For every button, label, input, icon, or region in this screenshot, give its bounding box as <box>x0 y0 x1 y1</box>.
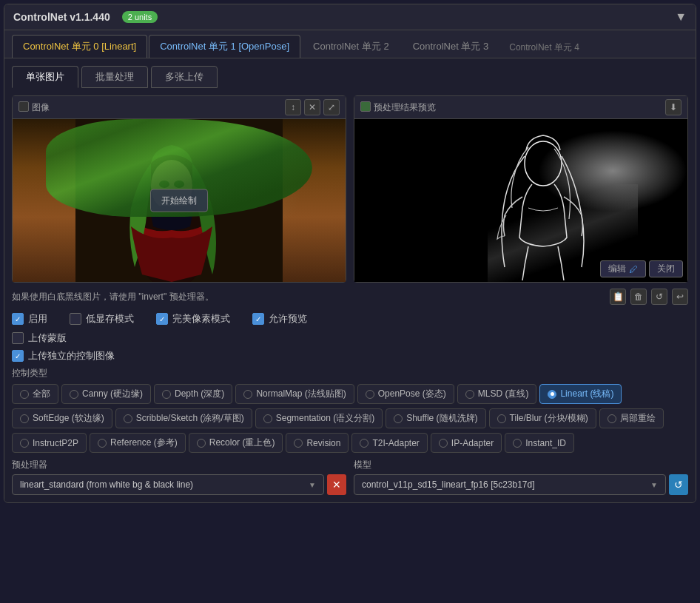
radio-circle-t2iadapter <box>360 439 368 448</box>
preprocessor-remove-btn[interactable]: ✕ <box>327 474 346 495</box>
close-button[interactable]: 关闭 <box>649 260 683 277</box>
radio-depth[interactable]: Depth (深度) <box>154 384 232 404</box>
svg-point-4 <box>174 181 184 188</box>
checkbox-pixel[interactable] <box>156 313 168 325</box>
inner-tab-single[interactable]: 单张图片 <box>12 66 78 88</box>
radio-openpose[interactable]: OpenPose (姿态) <box>357 384 454 404</box>
radio-mlsd[interactable]: MLSD (直线) <box>457 384 537 404</box>
edit-icon: 🖊 <box>629 264 638 274</box>
preprocessor-arrow: ▼ <box>309 481 316 489</box>
svg-rect-5 <box>380 119 662 282</box>
radio-normalmap[interactable]: NormalMap (法线贴图) <box>235 384 354 404</box>
image-panel-left: 图像 ↕ ✕ ⤢ <box>12 95 346 283</box>
radio-instructp2p[interactable]: InstructP2P <box>12 433 87 453</box>
radio-shuffle[interactable]: Shuffle (随机洗牌) <box>386 408 485 428</box>
tab-cn3[interactable]: ControlNet 单元 3 <box>402 35 500 58</box>
fit-icon[interactable]: ⤢ <box>323 99 340 115</box>
model-refresh-btn[interactable]: ↺ <box>669 474 688 495</box>
undo-icon-btn[interactable]: ↩ <box>672 289 688 305</box>
checkbox-upload-ctrl[interactable] <box>12 350 24 362</box>
tab-cn0[interactable]: ControlNet 单元 0 [Lineart] <box>12 35 147 58</box>
radio-circle-scribble <box>124 414 132 423</box>
image-checkbox <box>18 101 29 114</box>
image-row: 图像 ↕ ✕ ⤢ <box>12 95 688 283</box>
option-upload-cn[interactable]: 上传蒙版 <box>12 331 67 345</box>
radio-circle-recolor <box>197 439 206 448</box>
collapse-icon[interactable]: ▼ <box>675 10 687 24</box>
option-upload-ctrl[interactable]: 上传独立的控制图像 <box>12 349 115 363</box>
control-type-grid: 全部 Canny (硬边缘) Depth (深度) NormalMap (法线贴… <box>12 384 688 453</box>
radio-ipadapter[interactable]: IP-Adapter <box>431 433 502 453</box>
image-panel-right: 预处理结果预览 ⬇ <box>354 95 688 283</box>
radio-canny[interactable]: Canny (硬边缘) <box>61 384 151 404</box>
download-icon[interactable]: ⬇ <box>665 99 682 115</box>
checkbox-upload-cn[interactable] <box>12 332 24 344</box>
radio-reference[interactable]: Reference (参考) <box>90 433 186 453</box>
checkbox-enable[interactable] <box>12 313 24 325</box>
image-canvas[interactable]: 开始绘制 <box>13 119 346 282</box>
trash-icon-btn[interactable]: 🗑 <box>630 289 647 305</box>
radio-all[interactable]: 全部 <box>12 384 58 404</box>
image-label: 图像 <box>32 101 50 114</box>
radio-tileblur[interactable]: Tile/Blur (分块/模糊) <box>489 408 596 428</box>
preview-checkbox <box>360 101 371 114</box>
preview-header-icons: ⬇ <box>665 99 682 115</box>
radio-softedge[interactable]: SoftEdge (软边缘) <box>12 408 112 428</box>
radio-t2iadapter[interactable]: T2I-Adapter <box>351 433 427 453</box>
preprocessor-label: 预处理器 <box>12 459 346 471</box>
radio-circle-openpose <box>366 390 374 399</box>
hint-row: 如果使用白底黑线图片，请使用 "invert" 预处理器。 📋 🗑 ↺ ↩ <box>12 289 688 305</box>
begin-draw-button[interactable]: 开始绘制 <box>150 189 208 212</box>
copy-icon-btn[interactable]: 📋 <box>610 289 626 305</box>
svg-point-3 <box>159 181 169 188</box>
tab-cn1[interactable]: ControlNet 单元 1 [OpenPose] <box>149 35 300 58</box>
radio-circle-all <box>20 390 29 399</box>
radio-inpaint[interactable]: 局部重绘 <box>599 408 664 428</box>
radio-circle-mlsd <box>465 390 474 399</box>
swap-icon[interactable]: ↕ <box>285 99 301 115</box>
radio-scribble[interactable]: Scribble/Sketch (涂鸦/草图) <box>115 408 252 428</box>
radio-circle-reference <box>98 439 107 448</box>
panel-header: ControlNet v1.1.440 2 units ▼ <box>4 4 696 30</box>
preview-label: 预处理结果预览 <box>374 101 436 114</box>
radio-revision[interactable]: Revision <box>286 433 349 453</box>
radio-lineart[interactable]: Lineart (线稿) <box>539 384 622 404</box>
options-row-1: 启用 低显存模式 完美像素模式 允许预览 <box>12 312 688 326</box>
inner-tab-batch[interactable]: 批量处理 <box>81 66 148 88</box>
radio-circle-revision <box>294 439 303 448</box>
radio-circle-normalmap <box>243 390 252 399</box>
option-preview[interactable]: 允许预览 <box>252 312 307 326</box>
rotate-icon-btn[interactable]: ↺ <box>651 289 667 305</box>
radio-circle-canny <box>70 390 78 399</box>
image-header-icons: ↕ ✕ ⤢ <box>285 99 340 115</box>
inner-tab-multi[interactable]: 多张上传 <box>151 66 218 88</box>
image-panel-header-right: 预处理结果预览 ⬇ <box>354 96 687 119</box>
preview-canvas: 编辑 🖊 关闭 <box>354 119 687 282</box>
option-pixel[interactable]: 完美像素模式 <box>156 312 230 326</box>
checkbox-preview[interactable] <box>252 313 264 325</box>
radio-instantid[interactable]: Instant_ID <box>505 433 574 453</box>
tab-cn2[interactable]: ControlNet 单元 2 <box>302 35 400 58</box>
radio-circle-shuffle <box>394 414 403 423</box>
lineart-image <box>354 119 687 282</box>
preprocessor-select[interactable]: lineart_standard (from white bg & black … <box>12 474 324 495</box>
preprocessor-col: 预处理器 lineart_standard (from white bg & b… <box>12 459 346 495</box>
bottom-row: 预处理器 lineart_standard (from white bg & b… <box>12 459 688 495</box>
radio-recolor[interactable]: Recolor (重上色) <box>189 433 283 453</box>
remove-icon[interactable]: ✕ <box>304 99 320 115</box>
lineart-svg <box>354 119 687 282</box>
radio-circle-instantid <box>513 439 522 448</box>
hint-icon-buttons: 📋 🗑 ↺ ↩ <box>610 289 688 305</box>
edit-button[interactable]: 编辑 🖊 <box>600 260 646 277</box>
model-select[interactable]: control_v11p_sd15_lineart_fp16 [5c23b17d… <box>354 474 666 495</box>
radio-circle-ipadapter <box>439 439 448 448</box>
option-enable[interactable]: 启用 <box>12 312 47 326</box>
model-col: 模型 control_v11p_sd15_lineart_fp16 [5c23b… <box>354 459 688 495</box>
radio-segmentation[interactable]: Segmentation (语义分割) <box>255 408 383 428</box>
radio-circle-softedge <box>20 414 29 423</box>
option-lowvram[interactable]: 低显存模式 <box>70 312 134 326</box>
checkbox-lowvram[interactable] <box>70 313 81 325</box>
radio-circle-segmentation <box>263 414 272 423</box>
tab-cn4[interactable]: ControlNet 单元 4 <box>501 38 588 58</box>
radio-circle-lineart <box>548 390 556 399</box>
